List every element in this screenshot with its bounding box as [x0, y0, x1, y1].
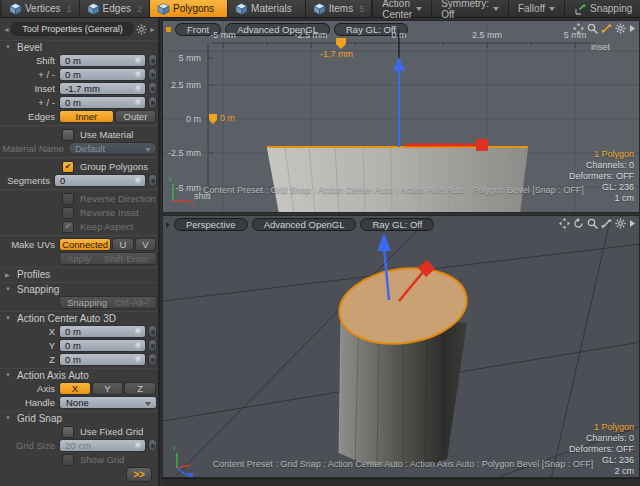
keep-aspect-checkbox[interactable]: ✔ — [62, 221, 74, 233]
apply-row: Apply Shift-Enter — [0, 252, 158, 265]
maximize-icon[interactable] — [601, 23, 612, 34]
perspective-viewport[interactable]: Y Perspective Advanced OpenGL Ray GL: Of… — [162, 215, 640, 478]
bottom-strip — [162, 478, 640, 486]
tab-vertices[interactable]: Vertices 1 — [2, 0, 80, 17]
rotate-icon[interactable] — [573, 218, 584, 229]
reverse-inset-checkbox[interactable] — [62, 207, 74, 219]
panel-title[interactable]: Tool Properties (General) — [11, 22, 134, 36]
action-center-z-mini-slider[interactable] — [148, 353, 157, 366]
use-material-checkbox[interactable] — [62, 129, 74, 141]
grid-size-label: Grid Size — [2, 440, 59, 451]
edges-outer-button[interactable]: Outer — [115, 110, 156, 123]
chevron-down-icon — [493, 7, 499, 11]
action-center-y-field[interactable]: 0 m — [59, 339, 146, 352]
section-action-center[interactable]: ▼ Action Center Auto 3D — [0, 311, 158, 324]
tab-shortcut: 1 — [67, 4, 72, 14]
menu-action-center[interactable]: Action Center — [372, 0, 431, 17]
disclosure-open-icon: ▼ — [5, 372, 12, 378]
tab-edges[interactable]: Edges 2 — [80, 0, 150, 17]
action-center-x-row: X 0 m — [0, 325, 158, 338]
use-fixed-grid-label: Use Fixed Grid — [80, 426, 143, 437]
make-uvs-connected-button[interactable]: Connected — [59, 238, 111, 251]
inset-field[interactable]: -1.7 mm — [59, 82, 146, 95]
use-fixed-grid-checkbox[interactable] — [62, 426, 74, 438]
tab-label: Edges — [103, 3, 131, 14]
viewport-menu-icon[interactable] — [629, 219, 636, 228]
edges-inner-button[interactable]: Inner — [59, 110, 114, 123]
section-snapping[interactable]: ▼ Snapping — [0, 282, 158, 295]
shift-plusminus-label: + / - — [2, 69, 59, 80]
x-label: X — [2, 326, 59, 337]
action-center-z-row: Z 0 m — [0, 353, 158, 366]
snapping-button[interactable]: Snapping Ctrl-Alt-/ — [59, 296, 157, 309]
gear-icon[interactable] — [136, 24, 147, 35]
chevron-right-icon[interactable]: ► — [149, 26, 155, 33]
tab-polygons[interactable]: Polygons — [150, 0, 228, 17]
gear-icon[interactable] — [615, 23, 626, 34]
tab-items[interactable]: Items 5 — [306, 0, 372, 17]
cube-icon — [9, 3, 22, 15]
menu-symmetry[interactable]: Symmetry: Off — [431, 0, 508, 17]
gear-icon[interactable] — [615, 218, 626, 229]
action-center-z-field[interactable]: 0 m — [59, 353, 146, 366]
tab-label: Polygons — [173, 3, 214, 14]
group-polygons-checkbox[interactable]: ✔ — [62, 161, 74, 173]
view-type-button[interactable]: Perspective — [174, 218, 248, 231]
tab-materials[interactable]: Materials — [228, 0, 306, 17]
apply-button[interactable]: Apply Shift-Enter — [59, 252, 157, 265]
gl-count: GL: 236 — [569, 182, 634, 193]
menu-falloff[interactable]: Falloff — [508, 0, 564, 17]
grid-size-field[interactable]: 20 cm — [59, 439, 146, 452]
divider — [0, 189, 158, 190]
inset-plusminus-mini-slider[interactable] — [148, 96, 157, 109]
shift-plusminus-field[interactable]: 0 m — [59, 68, 146, 81]
inset-plusminus-field[interactable]: 0 m — [59, 96, 146, 109]
show-grid-label: Show Grid — [80, 454, 124, 465]
axis-label: Axis — [2, 383, 59, 394]
section-grid-snap[interactable]: ▼ Grid Snap — [0, 411, 158, 424]
zoom-icon[interactable] — [587, 23, 598, 34]
section-title: Action Axis Auto — [17, 370, 89, 381]
menu-snapping[interactable]: Snapping — [564, 0, 640, 17]
maximize-icon[interactable] — [601, 218, 612, 229]
divider — [0, 235, 158, 236]
shading-mode-button[interactable]: Advanced OpenGL — [252, 218, 357, 231]
pan-icon[interactable] — [559, 218, 570, 229]
show-grid-checkbox[interactable] — [62, 454, 74, 466]
inset-value-readout: -1.7 mm — [320, 49, 353, 59]
axis-z-button[interactable]: Z — [124, 382, 156, 395]
make-uvs-v-button[interactable]: V — [135, 238, 156, 251]
chevron-left-icon[interactable]: ◄ — [3, 26, 9, 33]
use-fixed-grid-row: Use Fixed Grid — [0, 425, 158, 438]
inset-mini-slider[interactable] — [148, 82, 157, 95]
segments-mini-slider[interactable] — [148, 174, 157, 187]
handle-dropdown[interactable]: None — [59, 396, 157, 409]
material-name-dropdown[interactable]: Default — [68, 142, 157, 155]
chevron-down-icon — [416, 7, 422, 11]
svg-text:Y: Y — [172, 445, 177, 452]
modo-window: Vertices 1 Edges 2 Polygons Materials It… — [0, 0, 640, 486]
ray-gl-button[interactable]: Ray GL: Off — [360, 218, 434, 231]
cube-icon — [235, 3, 248, 15]
make-uvs-u-button[interactable]: U — [112, 238, 133, 251]
reverse-direction-checkbox[interactable] — [62, 193, 74, 205]
section-bevel[interactable]: ▼ Bevel — [0, 40, 158, 53]
shift-label: Shift — [2, 55, 59, 66]
axis-x-button[interactable]: X — [59, 382, 91, 395]
expand-panel-button[interactable]: >> — [126, 467, 152, 482]
shift-mini-slider[interactable] — [148, 54, 157, 67]
shift-field[interactable]: 0 m — [59, 54, 146, 67]
grid-size-mini-slider[interactable] — [148, 439, 157, 452]
action-center-x-mini-slider[interactable] — [148, 325, 157, 338]
section-action-axis[interactable]: ▼ Action Axis Auto — [0, 368, 158, 381]
segments-field[interactable]: 0 — [54, 174, 146, 187]
viewport-menu-icon[interactable] — [629, 24, 636, 33]
action-center-y-mini-slider[interactable] — [148, 339, 157, 352]
shift-plusminus-mini-slider[interactable] — [148, 68, 157, 81]
action-center-x-field[interactable]: 0 m — [59, 325, 146, 338]
inset-plusminus-label: + / - — [2, 97, 59, 108]
axis-y-button[interactable]: Y — [92, 382, 124, 395]
zoom-icon[interactable] — [587, 218, 598, 229]
section-profiles[interactable]: ▶ Profiles — [0, 267, 158, 280]
front-viewport[interactable]: Y x Front Advanced OpenGL Ray GL: Off -5… — [162, 20, 640, 213]
